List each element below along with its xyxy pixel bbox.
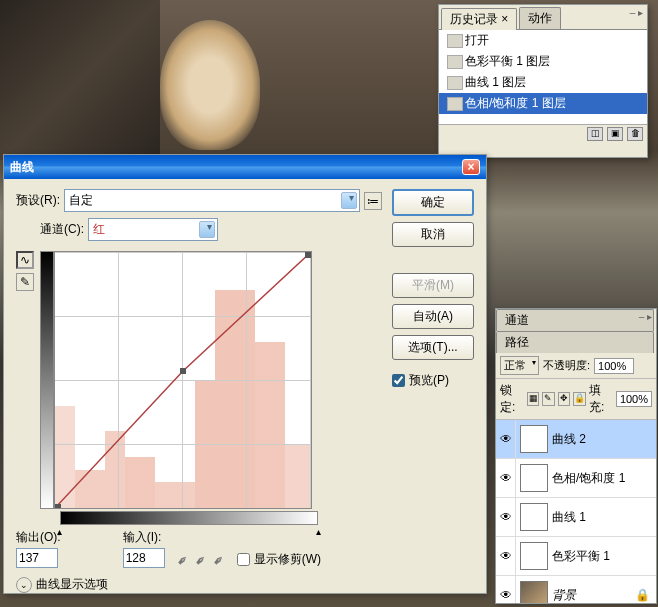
- layers-panel: – ▸ 通道 路径 正常 不透明度: 100% 锁定: ▦ ✎ ✥ 🔒 填充: …: [495, 308, 657, 604]
- layer-name: 背景: [552, 587, 576, 604]
- lock-pixels-icon[interactable]: ▦: [527, 392, 539, 406]
- curve-graph[interactable]: [54, 251, 312, 509]
- chevron-down-icon: ⌄: [16, 577, 32, 593]
- history-snapshot-icon[interactable]: ◫: [587, 127, 603, 141]
- layer-row[interactable]: 👁曲线 2: [496, 420, 656, 459]
- input-input[interactable]: [123, 548, 165, 568]
- ok-button[interactable]: 确定: [392, 189, 474, 216]
- svg-rect-2: [305, 252, 311, 258]
- curves-dialog: 曲线 × 预设(R): 自定 ≔ 通道(C): 红 ∿ ✎ ▴ ▴: [3, 154, 487, 594]
- preset-label: 预设(R):: [16, 192, 60, 209]
- layer-row[interactable]: 👁色彩平衡 1: [496, 537, 656, 576]
- fill-label: 填充:: [589, 382, 613, 416]
- svg-rect-1: [180, 368, 186, 374]
- input-label: 输入(I):: [123, 529, 165, 546]
- tab-history[interactable]: 历史记录 ×: [441, 8, 517, 30]
- layer-thumb: [520, 503, 548, 531]
- history-new-icon[interactable]: ▣: [607, 127, 623, 141]
- preset-value: 自定: [69, 192, 93, 209]
- curve-pencil-tool-icon[interactable]: ✎: [16, 273, 34, 291]
- preview-label: 预览(P): [409, 372, 449, 389]
- panel-controls[interactable]: – ▸: [639, 311, 652, 322]
- show-clipping-label: 显示修剪(W): [254, 551, 321, 568]
- channel-value: 红: [93, 221, 105, 238]
- output-gradient: [40, 251, 54, 509]
- visibility-icon[interactable]: 👁: [496, 420, 516, 458]
- lock-icon: 🔒: [635, 588, 650, 602]
- black-point-eyedropper-icon[interactable]: ✒: [173, 550, 193, 570]
- history-item-label: 打开: [465, 32, 489, 49]
- history-item-label: 曲线 1 图层: [465, 74, 526, 91]
- smooth-button: 平滑(M): [392, 273, 474, 298]
- layer-list: 👁曲线 2 👁色相/饱和度 1 👁曲线 1 👁色彩平衡 1 👁背景🔒: [496, 420, 656, 603]
- layer-thumb: [520, 464, 548, 492]
- close-icon[interactable]: ×: [462, 159, 480, 175]
- opacity-label: 不透明度:: [543, 358, 590, 373]
- blend-mode-select[interactable]: 正常: [500, 356, 539, 375]
- channel-label: 通道(C):: [40, 221, 84, 238]
- layer-name: 色相/饱和度 1: [552, 470, 625, 487]
- channel-select[interactable]: 红: [88, 218, 218, 241]
- preset-select[interactable]: 自定: [64, 189, 360, 212]
- auto-button[interactable]: 自动(A): [392, 304, 474, 329]
- layer-thumb: [520, 542, 548, 570]
- history-item-label: 色相/饱和度 1 图层: [465, 95, 566, 112]
- lock-move-icon[interactable]: ✥: [558, 392, 570, 406]
- lock-label: 锁定:: [500, 382, 524, 416]
- history-item[interactable]: 色相/饱和度 1 图层: [439, 93, 647, 114]
- history-trash-icon[interactable]: 🗑: [627, 127, 643, 141]
- layer-name: 曲线 1: [552, 509, 586, 526]
- options-button[interactable]: 选项(T)...: [392, 335, 474, 360]
- gray-point-eyedropper-icon[interactable]: ✒: [191, 550, 211, 570]
- history-item[interactable]: 打开: [439, 30, 647, 51]
- svg-rect-0: [55, 504, 61, 508]
- visibility-icon[interactable]: 👁: [496, 459, 516, 497]
- history-item-label: 色彩平衡 1 图层: [465, 53, 550, 70]
- history-panel: – ▸ 历史记录 × 动作 打开 色彩平衡 1 图层 曲线 1 图层 色相/饱和…: [438, 4, 648, 158]
- preset-menu-icon[interactable]: ≔: [364, 192, 382, 210]
- panel-controls[interactable]: – ▸: [630, 7, 643, 18]
- history-item[interactable]: 曲线 1 图层: [439, 72, 647, 93]
- show-clipping-checkbox[interactable]: 显示修剪(W): [237, 551, 321, 568]
- layer-thumb: [520, 425, 548, 453]
- cancel-button[interactable]: 取消: [392, 222, 474, 247]
- layer-thumb: [520, 581, 548, 603]
- titlebar[interactable]: 曲线 ×: [4, 155, 486, 179]
- opacity-value[interactable]: 100%: [594, 358, 634, 374]
- output-label: 输出(O):: [16, 529, 61, 546]
- history-item[interactable]: 色彩平衡 1 图层: [439, 51, 647, 72]
- lock-paint-icon[interactable]: ✎: [542, 392, 554, 406]
- preview-checkbox[interactable]: 预览(P): [392, 372, 474, 389]
- layer-name: 曲线 2: [552, 431, 586, 448]
- history-list: 打开 色彩平衡 1 图层 曲线 1 图层 色相/饱和度 1 图层: [439, 30, 647, 124]
- layer-row[interactable]: 👁曲线 1: [496, 498, 656, 537]
- layer-name: 色彩平衡 1: [552, 548, 610, 565]
- fill-value[interactable]: 100%: [616, 391, 652, 407]
- tab-paths[interactable]: 路径: [496, 331, 654, 353]
- input-gradient: ▴ ▴: [60, 511, 318, 525]
- lock-all-icon[interactable]: 🔒: [573, 392, 586, 406]
- layer-row[interactable]: 👁色相/饱和度 1: [496, 459, 656, 498]
- white-point-eyedropper-icon[interactable]: ✒: [209, 550, 229, 570]
- visibility-icon[interactable]: 👁: [496, 498, 516, 536]
- output-input[interactable]: [16, 548, 58, 568]
- tab-actions[interactable]: 动作: [519, 7, 561, 29]
- curve-display-options-label: 曲线显示选项: [36, 576, 108, 593]
- dialog-title: 曲线: [10, 159, 34, 176]
- tab-channels[interactable]: 通道: [496, 309, 654, 331]
- visibility-icon[interactable]: 👁: [496, 537, 516, 575]
- visibility-icon[interactable]: 👁: [496, 576, 516, 603]
- layer-row-background[interactable]: 👁背景🔒: [496, 576, 656, 603]
- curve-point-tool-icon[interactable]: ∿: [16, 251, 34, 269]
- curve-display-options-toggle[interactable]: ⌄ 曲线显示选项: [16, 576, 382, 593]
